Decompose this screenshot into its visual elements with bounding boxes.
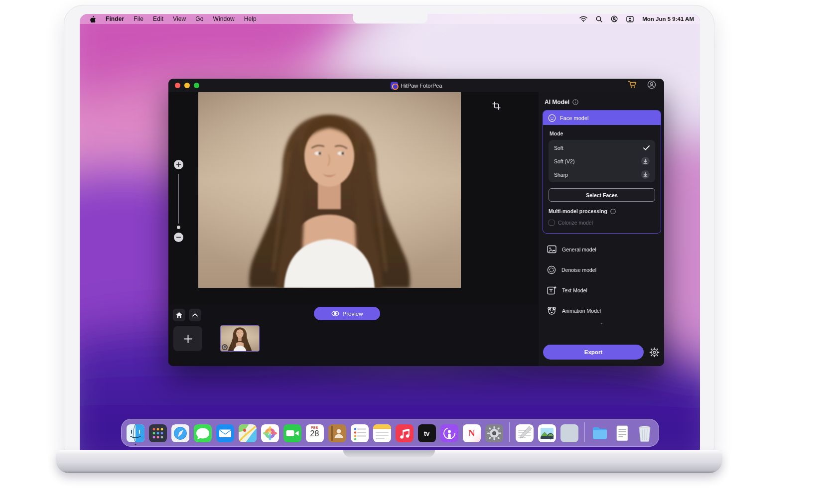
bottom-toolbar: Preview	[168, 305, 539, 366]
app-window: HitPaw FotorPea	[168, 79, 664, 366]
close-button[interactable]	[175, 83, 180, 88]
mode-option-soft-v2[interactable]: Soft (V2)	[549, 154, 655, 168]
panel-title: AI Model	[545, 99, 569, 106]
zoom-slider[interactable]	[178, 174, 179, 224]
model-text[interactable]: Text Model	[539, 280, 664, 300]
check-icon	[643, 145, 650, 150]
dock-calendar[interactable]: FEB 28	[306, 424, 324, 442]
calendar-month: FEB	[311, 426, 318, 429]
info-icon[interactable]	[572, 99, 578, 105]
menu-item-go[interactable]: Go	[195, 15, 203, 22]
export-button[interactable]: Export	[543, 345, 644, 360]
scroll-indicator-dot	[601, 323, 602, 324]
laptop-base-notch	[343, 450, 435, 457]
download-icon[interactable]	[641, 170, 650, 179]
menu-item-view[interactable]: View	[173, 15, 186, 22]
settings-gear-icon[interactable]	[649, 347, 660, 358]
dock-news[interactable]: N	[463, 424, 481, 442]
info-icon[interactable]	[610, 209, 616, 214]
image-icon	[547, 245, 556, 253]
camera-notch	[353, 14, 427, 23]
menu-item-window[interactable]: Window	[213, 15, 235, 22]
portrait-image	[198, 92, 461, 288]
dock-reminders[interactable]	[351, 424, 369, 442]
mode-option-soft[interactable]: Soft	[549, 141, 655, 154]
laptop-base	[56, 450, 722, 473]
dock-maps[interactable]	[239, 424, 257, 442]
target-icon	[547, 265, 556, 274]
dock-separator	[584, 422, 585, 442]
account-icon[interactable]	[647, 80, 656, 91]
menu-item-help[interactable]: Help	[244, 15, 257, 22]
calendar-day: 28	[310, 430, 319, 438]
menu-item-finder[interactable]: Finder	[106, 15, 124, 22]
minimize-button[interactable]	[184, 83, 190, 88]
colorize-checkbox[interactable]	[549, 220, 555, 226]
dock: FEB 28 tv	[121, 419, 659, 447]
dock-notes[interactable]	[373, 424, 391, 442]
tv-label: tv	[424, 430, 430, 437]
zoom-button[interactable]	[194, 83, 199, 88]
face-model-button[interactable]: Face model	[543, 111, 661, 125]
window-titlebar[interactable]: HitPaw FotorPea	[168, 79, 664, 92]
zoom-slider-handle[interactable]	[177, 226, 180, 229]
dock-separator	[509, 422, 510, 442]
model-animation[interactable]: Animation Model	[539, 300, 664, 321]
dock-appletv[interactable]: tv	[418, 424, 436, 442]
bear-icon	[547, 306, 556, 315]
dock-messages[interactable]	[194, 424, 212, 442]
collapse-tray-button[interactable]	[189, 309, 201, 321]
canvas-area[interactable]	[196, 92, 539, 305]
dock-facetime[interactable]	[283, 424, 301, 442]
dock-system-settings[interactable]	[485, 424, 503, 442]
model-denoise[interactable]: Denoise model	[539, 259, 664, 280]
menu-clock[interactable]: Mon Jun 5 9:41 AM	[642, 16, 694, 22]
menu-item-edit[interactable]: Edit	[153, 15, 163, 22]
model-list: General model Denoise model Text Model	[539, 239, 664, 321]
search-icon[interactable]	[596, 16, 602, 22]
dock-finder[interactable]	[127, 424, 144, 442]
home-button[interactable]	[173, 309, 185, 321]
cart-icon[interactable]	[628, 80, 637, 91]
dock-podcasts[interactable]	[440, 424, 458, 442]
dock-mail[interactable]	[216, 424, 234, 442]
canvas-tool-strip	[168, 92, 196, 305]
colorize-label: Colorize model	[558, 220, 593, 226]
hitpaw-logo-icon	[390, 82, 398, 89]
select-faces-button[interactable]: Select Faces	[549, 188, 655, 202]
window-title-text: HitPaw FotorPea	[401, 83, 442, 89]
wifi-icon[interactable]	[579, 16, 587, 22]
dock-music[interactable]	[396, 424, 414, 442]
dock-untitled-app[interactable]	[560, 424, 578, 442]
dock-photos[interactable]	[261, 424, 279, 442]
screen: Finder File Edit View Go Window Help	[80, 14, 700, 451]
menu-item-file[interactable]: File	[134, 15, 143, 22]
apple-menu-icon[interactable]	[90, 15, 96, 23]
dock-downloads-folder[interactable]	[591, 424, 609, 442]
image-thumbnail[interactable]	[220, 325, 260, 352]
ai-model-panel: AI Model Face model Mode	[539, 92, 664, 366]
dock-safari[interactable]	[171, 424, 189, 442]
face-model-icon	[548, 114, 556, 122]
mode-option-sharp[interactable]: Sharp	[549, 168, 655, 181]
face-model-section: Face model Mode Soft	[543, 110, 661, 234]
dock-launchpad[interactable]	[149, 424, 167, 442]
dock-documents[interactable]	[613, 424, 631, 442]
dock-preview-app[interactable]	[538, 424, 556, 442]
user-switch-icon[interactable]	[626, 16, 634, 22]
dock-trash[interactable]	[636, 424, 654, 442]
add-image-button[interactable]	[173, 326, 202, 351]
dock-contacts[interactable]	[328, 424, 346, 442]
mode-label: Mode	[550, 130, 655, 136]
macbook-mockup: Finder File Edit View Go Window Help	[0, 0, 833, 504]
preview-button[interactable]: Preview	[314, 307, 380, 320]
text-plus-icon	[547, 286, 556, 295]
zoom-out-button[interactable]	[174, 233, 183, 242]
dock-textedit[interactable]	[516, 424, 534, 442]
download-icon[interactable]	[641, 157, 650, 165]
user-circle-icon[interactable]	[611, 15, 618, 22]
model-general[interactable]: General model	[539, 239, 664, 259]
laptop-lid: Finder File Edit View Go Window Help	[64, 5, 714, 451]
zoom-in-button[interactable]	[174, 160, 183, 169]
crop-icon[interactable]	[491, 100, 502, 111]
